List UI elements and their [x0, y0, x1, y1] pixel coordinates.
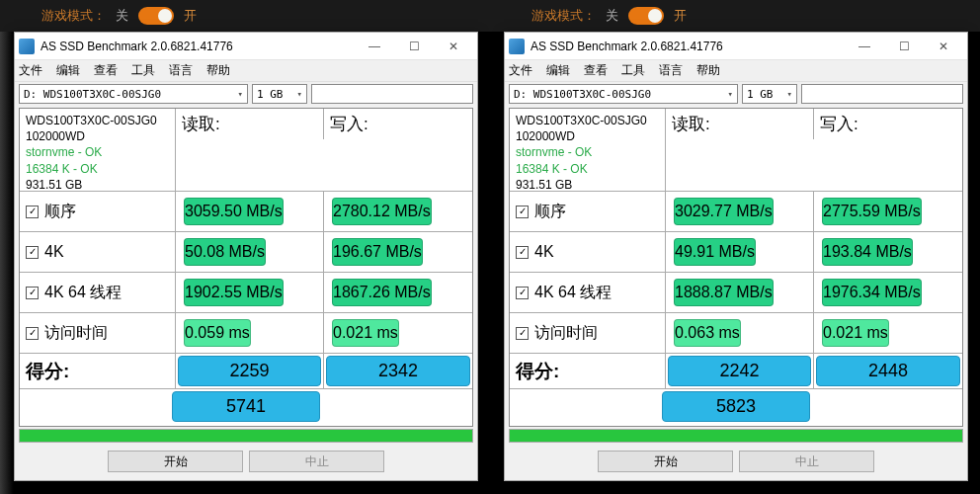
- game-mode-toggle[interactable]: [138, 7, 174, 25]
- 4k64-read: 1888.87 MB/s: [674, 279, 774, 306]
- 4k64-read: 1902.55 MB/s: [184, 279, 284, 306]
- header-read: 读取:: [666, 109, 814, 139]
- menu-edit[interactable]: 编辑: [546, 62, 570, 79]
- seq-checkbox[interactable]: ✓: [26, 206, 39, 218]
- titlebar[interactable]: AS SSD Benchmark 2.0.6821.41776 — ☐ ✕: [505, 33, 967, 60]
- seq-read: 3059.50 MB/s: [184, 198, 284, 225]
- close-button[interactable]: ✕: [924, 34, 963, 59]
- drive-select-value: D: WDS100T3X0C-00SJG0: [24, 88, 161, 101]
- maximize-button[interactable]: ☐: [884, 34, 924, 59]
- start-button[interactable]: 开始: [108, 451, 243, 472]
- stop-button[interactable]: 中止: [249, 451, 384, 472]
- window-title: AS SSD Benchmark 2.0.6821.41776: [41, 40, 355, 53]
- menu-view[interactable]: 查看: [584, 62, 608, 79]
- close-button[interactable]: ✕: [434, 34, 473, 59]
- drive-serial: 102000WD: [516, 128, 575, 144]
- control-row: D: WDS100T3X0C-00SJG0▾ 1 GB▾: [15, 82, 477, 106]
- size-select[interactable]: 1 GB▾: [742, 84, 797, 104]
- chevron-down-icon: ▾: [238, 89, 243, 99]
- driver-status: stornvme - OK: [516, 144, 592, 160]
- seq-label: 顺序: [534, 202, 566, 222]
- chevron-down-icon: ▾: [297, 89, 302, 99]
- benchmark-window-left: AS SSD Benchmark 2.0.6821.41776 — ☐ ✕ 文件…: [14, 32, 478, 481]
- access-write: 0.021 ms: [332, 319, 399, 347]
- 4k-write: 193.84 MB/s: [822, 238, 913, 266]
- access-read: 0.059 ms: [184, 319, 251, 347]
- 4k-label: 4K: [534, 243, 554, 261]
- score-write: 2448: [816, 356, 960, 386]
- game-mode-toggle[interactable]: [628, 7, 664, 25]
- progress-bar: [509, 429, 963, 443]
- seq-write: 2775.59 MB/s: [822, 198, 922, 225]
- drive-select-value: D: WDS100T3X0C-00SJG0: [514, 88, 651, 101]
- header-write: 写入:: [814, 109, 962, 139]
- 4k64-checkbox[interactable]: ✓: [26, 287, 39, 299]
- menu-file[interactable]: 文件: [19, 62, 42, 79]
- align-status: 16384 K - OK: [516, 161, 588, 177]
- seq-write: 2780.12 MB/s: [332, 198, 432, 225]
- 4k-checkbox[interactable]: ✓: [516, 246, 529, 259]
- size-select[interactable]: 1 GB▾: [252, 84, 307, 104]
- access-label: 访问时间: [534, 323, 598, 344]
- 4k64-checkbox[interactable]: ✓: [516, 287, 529, 299]
- menu-file[interactable]: 文件: [509, 62, 532, 79]
- seq-label: 顺序: [44, 202, 76, 222]
- score-label: 得分:: [510, 354, 666, 388]
- game-mode-bar: 游戏模式： 关 开: [490, 0, 980, 32]
- results-grid: WDS100T3X0C-00SJG0 102000WD stornvme - O…: [509, 108, 963, 427]
- minimize-button[interactable]: —: [845, 34, 884, 59]
- text-input[interactable]: [311, 84, 473, 104]
- menu-lang[interactable]: 语言: [169, 62, 193, 79]
- app-icon: [509, 39, 525, 54]
- stop-button[interactable]: 中止: [739, 451, 874, 472]
- seq-read: 3029.77 MB/s: [674, 198, 774, 225]
- minimize-button[interactable]: —: [355, 34, 394, 59]
- mode-off-label[interactable]: 关: [116, 7, 128, 25]
- text-input[interactable]: [801, 84, 963, 104]
- access-checkbox[interactable]: ✓: [26, 327, 39, 340]
- window-title: AS SSD Benchmark 2.0.6821.41776: [531, 40, 845, 53]
- seq-checkbox[interactable]: ✓: [516, 206, 529, 218]
- 4k-checkbox[interactable]: ✓: [26, 246, 39, 259]
- menubar: 文件 编辑 查看 工具 语言 帮助: [505, 60, 967, 82]
- score-write: 2342: [326, 356, 470, 386]
- maximize-button[interactable]: ☐: [394, 34, 434, 59]
- score-read: 2259: [178, 356, 321, 386]
- start-button[interactable]: 开始: [598, 451, 733, 472]
- drive-model: WDS100T3X0C-00SJG0: [26, 113, 157, 128]
- menu-view[interactable]: 查看: [94, 62, 118, 79]
- 4k-write: 196.67 MB/s: [332, 238, 423, 266]
- menu-lang[interactable]: 语言: [659, 62, 683, 79]
- drive-select[interactable]: D: WDS100T3X0C-00SJG0▾: [19, 84, 248, 104]
- chevron-down-icon: ▾: [787, 89, 792, 99]
- chevron-down-icon: ▾: [728, 89, 733, 99]
- menu-tools[interactable]: 工具: [131, 62, 155, 79]
- mode-on-label[interactable]: 开: [674, 7, 687, 25]
- menu-edit[interactable]: 编辑: [56, 62, 80, 79]
- access-checkbox[interactable]: ✓: [516, 327, 529, 340]
- progress-bar: [19, 429, 473, 443]
- drive-capacity: 931.51 GB: [516, 177, 572, 193]
- game-mode-label: 游戏模式：: [531, 7, 596, 25]
- drive-serial: 102000WD: [26, 128, 85, 144]
- 4k64-label: 4K 64 线程: [44, 283, 122, 303]
- access-label: 访问时间: [44, 323, 108, 344]
- panel-left: 游戏模式： 关 开 AS SSD Benchmark 2.0.6821.4177…: [0, 0, 490, 494]
- menu-help[interactable]: 帮助: [696, 62, 720, 79]
- 4k64-label: 4K 64 线程: [534, 283, 612, 303]
- mode-off-label[interactable]: 关: [606, 7, 618, 25]
- header-write: 写入:: [324, 109, 472, 139]
- mode-on-label[interactable]: 开: [184, 7, 197, 25]
- score-total: 5823: [662, 391, 810, 422]
- app-icon: [19, 39, 35, 54]
- menu-help[interactable]: 帮助: [206, 62, 230, 79]
- drive-select[interactable]: D: WDS100T3X0C-00SJG0▾: [509, 84, 738, 104]
- menu-tools[interactable]: 工具: [621, 62, 645, 79]
- align-status: 16384 K - OK: [26, 161, 98, 177]
- menubar: 文件 编辑 查看 工具 语言 帮助: [15, 60, 477, 82]
- benchmark-window-right: AS SSD Benchmark 2.0.6821.41776 — ☐ ✕ 文件…: [504, 32, 968, 481]
- size-select-value: 1 GB: [257, 88, 284, 101]
- header-read: 读取:: [176, 109, 324, 139]
- score-total: 5741: [172, 391, 320, 422]
- titlebar[interactable]: AS SSD Benchmark 2.0.6821.41776 — ☐ ✕: [15, 33, 477, 60]
